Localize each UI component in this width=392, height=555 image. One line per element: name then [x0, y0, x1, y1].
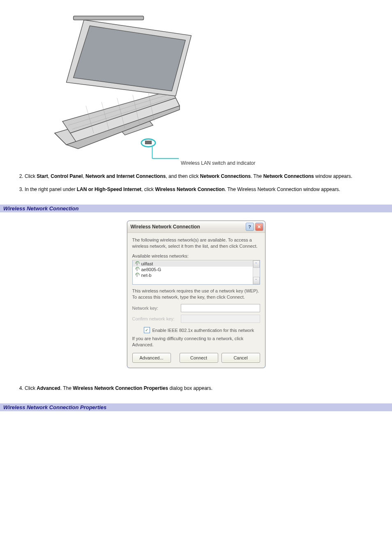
- close-button[interactable]: ✕: [255, 223, 263, 231]
- network-item[interactable]: net-b: [133, 272, 253, 278]
- dialog-intro-text: The following wireless network(s) are av…: [132, 237, 260, 249]
- wep-text: This wireless network requires the use o…: [132, 288, 260, 300]
- wireless-connection-dialog: Wireless Network Connection ? ✕ The foll…: [127, 221, 265, 368]
- confirm-key-label: Confirm network key:: [132, 316, 178, 321]
- network-item[interactable]: uilfast: [133, 261, 253, 267]
- svg-rect-16: [145, 141, 151, 144]
- instruction-list: Click Start, Control Panel, Network and …: [16, 173, 384, 193]
- dialog-title: Wireless Network Connection: [131, 224, 200, 230]
- network-item[interactable]: ae8005-G: [133, 267, 253, 272]
- available-networks-list[interactable]: uilfast ae8005-G net-b ˄ ˅: [132, 260, 260, 285]
- instruction-list-2: Click Advanced. The Wireless Network Con…: [16, 385, 384, 392]
- step-2: Click Start, Control Panel, Network and …: [25, 173, 384, 180]
- network-name: ae8005-G: [141, 267, 161, 272]
- confirm-key-input: [181, 315, 260, 323]
- network-key-input[interactable]: [181, 304, 260, 312]
- section-heading-wnc: Wireless Network Connection: [0, 205, 392, 212]
- figure-caption: Wireless LAN switch and indicator: [181, 160, 255, 166]
- ieee-checkbox-label: Enable IEEE 802.1x authentication for th…: [152, 328, 254, 333]
- advanced-button[interactable]: Advanced...: [132, 353, 171, 363]
- page-number: Page 130: [0, 543, 392, 555]
- step-3: In the right panel under LAN or High-Spe…: [25, 186, 384, 193]
- network-name: net-b: [141, 273, 152, 278]
- help-button[interactable]: ?: [246, 223, 254, 231]
- antenna-icon: [135, 267, 139, 272]
- ieee-checkbox[interactable]: ✓: [144, 327, 150, 333]
- advanced-hint: If you are having difficulty connecting …: [132, 336, 260, 348]
- network-key-row: Network key:: [132, 304, 260, 312]
- dialog-titlebar: Wireless Network Connection ? ✕: [127, 221, 265, 233]
- scroll-down-button[interactable]: ˅: [253, 277, 260, 284]
- laptop-illustration: Wireless LAN switch and indicator: [25, 8, 288, 164]
- available-networks-label: Available wireless networks:: [132, 253, 260, 258]
- network-name: uilfast: [141, 261, 153, 266]
- antenna-icon: [135, 273, 139, 278]
- confirm-key-row: Confirm network key:: [132, 315, 260, 323]
- antenna-icon: [135, 261, 139, 266]
- step-4: Click Advanced. The Wireless Network Con…: [25, 385, 384, 392]
- connect-button[interactable]: Connect: [180, 353, 218, 363]
- laptop-svg: [25, 8, 288, 164]
- section-heading-wncp: Wireless Network Connection Properties: [0, 403, 392, 411]
- network-key-label: Network key:: [132, 306, 178, 311]
- svg-rect-7: [74, 16, 144, 20]
- scrollbar[interactable]: ˄ ˅: [253, 260, 260, 284]
- cancel-button[interactable]: Cancel: [221, 353, 260, 363]
- scroll-up-button[interactable]: ˄: [253, 260, 260, 268]
